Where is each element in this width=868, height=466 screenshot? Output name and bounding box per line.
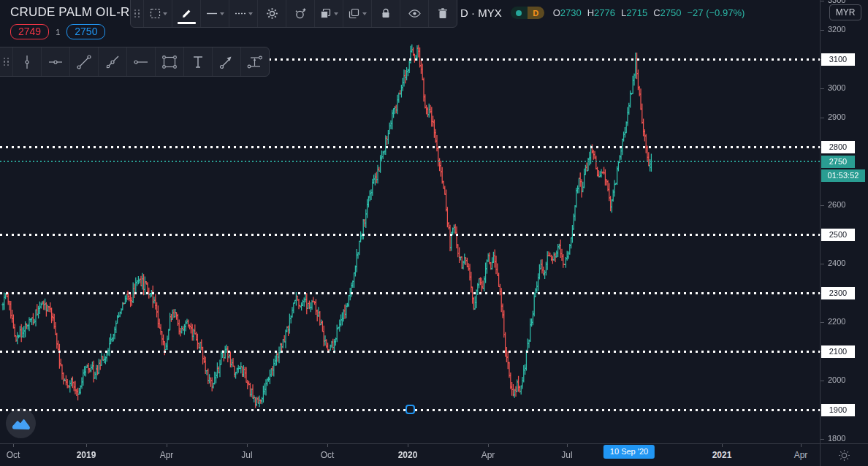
line-style-button[interactable] (200, 0, 229, 27)
text-tool-button[interactable] (183, 47, 212, 76)
price-label: 2900 (828, 112, 845, 121)
chart-pane[interactable]: CRUDE PALM OIL-RINGG 2749 1 2750 D · MYX… (0, 0, 820, 443)
caret-down-icon (220, 12, 224, 15)
line-price-label: 2100 (821, 345, 855, 358)
current-price-label: 2750 (821, 156, 855, 168)
draw-pencil-button[interactable] (172, 0, 200, 27)
price-tick (821, 88, 824, 89)
drawing-properties-toolbar (130, 0, 457, 28)
timezone-corner-button[interactable] (820, 444, 868, 466)
lock-button[interactable] (371, 0, 400, 27)
price-tick (821, 264, 824, 264)
rectangle-tool-icon (161, 54, 178, 70)
settings-button[interactable] (257, 0, 286, 27)
tradingview-logo[interactable] (6, 408, 36, 438)
text-tool-icon (191, 54, 205, 70)
line-icon (205, 7, 218, 20)
ray-tool-button[interactable] (98, 47, 126, 76)
line-price-label: 2800 (821, 141, 855, 153)
horizontal-ray-tool-icon (133, 55, 149, 69)
price-tick (821, 381, 824, 381)
price-label: 3300 (828, 0, 845, 4)
interval-badge: D (528, 7, 544, 19)
visibility-button[interactable] (400, 0, 428, 27)
line-price-label: 2500 (821, 229, 855, 241)
toolbar-drag-handle-icon[interactable] (0, 47, 12, 76)
price-tick (821, 439, 824, 440)
drawing-tools-toolbar (0, 47, 270, 77)
price-label: 2600 (828, 200, 845, 209)
bid-ask-row: 2749 1 2750 (10, 24, 105, 39)
dashed-line-icon (234, 7, 247, 20)
horizontal-ray-tool-button[interactable] (126, 47, 155, 76)
active-tool-underline (178, 22, 196, 24)
time-label: 2021 (712, 450, 732, 460)
time-tick (86, 444, 87, 447)
sun-icon (838, 449, 850, 462)
time-label: Oct (321, 450, 335, 460)
horizontal-line-tool-button[interactable] (41, 47, 69, 76)
toolbar-drag-handle-icon[interactable] (131, 0, 143, 27)
eye-icon (408, 7, 422, 20)
bid-badge[interactable]: 2749 (10, 24, 49, 39)
time-label: Apr (160, 450, 174, 460)
mountain-logo-icon (12, 416, 30, 431)
time-label: Apr (481, 450, 495, 460)
price-tick (821, 322, 824, 323)
market-open-indicator (511, 7, 528, 19)
layers-icon (319, 7, 332, 20)
currency-button[interactable]: MYR (829, 4, 861, 20)
dash-style-button[interactable] (229, 0, 257, 27)
vertical-line-tool-button[interactable] (12, 47, 41, 76)
rectangle-tool-button[interactable] (155, 47, 183, 76)
horizontal-line-2100[interactable] (0, 351, 820, 353)
caret-down-icon (163, 12, 167, 15)
price-tick (821, 1, 824, 1)
time-tick (247, 444, 248, 447)
time-tick (488, 444, 489, 447)
high-value: 2776 (594, 7, 615, 18)
horizontal-line-2800[interactable] (0, 146, 820, 148)
time-axis[interactable]: 10 Sep '20 Oct2019AprJulOct2020AprJul202… (0, 443, 868, 466)
projection-tool-icon (246, 54, 264, 70)
projection-tool-button[interactable] (240, 47, 269, 76)
horizontal-line-2500[interactable] (0, 234, 820, 236)
time-tick (167, 444, 167, 447)
price-label: 2000 (828, 375, 845, 384)
legend-row: D · MYX D O2730 H2776 L2715 C2750 −27 (−… (460, 7, 745, 19)
trading-chart-app: CRUDE PALM OIL-RINGG 2749 1 2750 D · MYX… (0, 0, 868, 466)
lock-icon (380, 7, 392, 20)
trend-line-tool-button[interactable] (69, 47, 98, 76)
ask-badge[interactable]: 2750 (66, 24, 105, 39)
market-status-toggle[interactable]: D (511, 7, 544, 19)
layers-button[interactable] (314, 0, 343, 27)
add-alert-button[interactable] (286, 0, 314, 27)
horizontal-line-2300[interactable] (0, 292, 820, 294)
time-tick (722, 444, 723, 447)
trash-icon (437, 7, 449, 20)
time-tick (13, 444, 14, 447)
copy-button[interactable] (343, 0, 371, 27)
copy-icon (348, 7, 361, 20)
low-value: 2715 (626, 7, 647, 18)
time-tick (408, 444, 408, 447)
select-tool-button[interactable] (143, 0, 172, 27)
price-tick (821, 205, 824, 206)
price-label: 2400 (828, 259, 845, 267)
interval-exchange-label[interactable]: D · MYX (460, 7, 502, 19)
line-anchor-handle[interactable] (406, 405, 415, 414)
symbol-title[interactable]: CRUDE PALM OIL-RINGG (10, 5, 130, 20)
line-price-label: 1900 (821, 404, 855, 416)
horizontal-line-tool-icon (47, 55, 64, 69)
alarm-plus-icon (294, 7, 307, 20)
arrow-tool-button[interactable] (212, 47, 240, 76)
time-label: 2020 (398, 450, 418, 460)
delete-button[interactable] (428, 0, 457, 27)
vertical-line-tool-icon (20, 54, 34, 70)
trend-line-tool-icon (76, 54, 92, 70)
time-tick (801, 444, 802, 447)
dashed-square-icon (149, 7, 161, 20)
bar-countdown-label: 01:53:52 (821, 169, 865, 182)
current-price-dotted-line (0, 161, 820, 162)
price-axis[interactable]: MYR 330032003000290026002400220020001800… (820, 0, 868, 443)
